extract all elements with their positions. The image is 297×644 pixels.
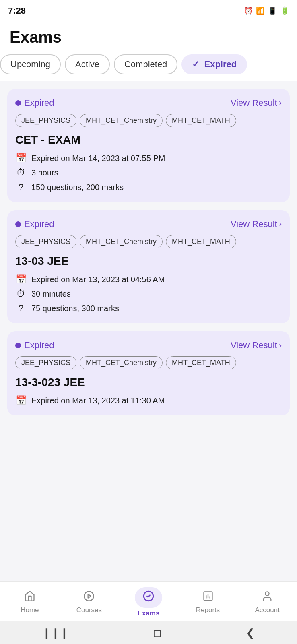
tab-expired[interactable]: ✓ Expired — [182, 54, 247, 74]
exam-title-3: 13-3-023 JEE — [15, 376, 282, 389]
calendar-icon-1: 📅 — [15, 153, 27, 163]
tag-mht-math-1: MHT_CET_MATH — [166, 114, 236, 127]
nav-item-reports[interactable]: Reports — [188, 590, 228, 614]
tabs-container: Upcoming Active Completed ✓ Expired — [0, 54, 297, 81]
view-result-3[interactable]: View Result › — [231, 340, 282, 351]
exam-card-1: Expired View Result › JEE_PHYSICS MHT_CE… — [7, 89, 290, 202]
tag-jee-physics-1: JEE_PHYSICS — [15, 114, 76, 127]
svg-point-7 — [266, 592, 269, 596]
chevron-right-icon-1: › — [279, 98, 282, 108]
tab-completed-label: Completed — [124, 59, 167, 69]
questions-text-2: 75 questions, 300 marks — [31, 304, 119, 313]
reports-icon — [202, 590, 214, 605]
card-header-1: Expired View Result › — [15, 98, 282, 108]
expired-dot-1 — [15, 100, 21, 106]
nav-courses-label: Courses — [76, 606, 102, 614]
exam-title-1: CET - EXAM — [15, 134, 282, 147]
expired-date-1: 📅 Expired on Mar 14, 2023 at 07:55 PM — [15, 153, 282, 163]
questions-2: ? 75 questions, 300 marks — [15, 303, 282, 314]
duration-2: ⏱ 30 minutes — [15, 289, 282, 299]
tab-upcoming[interactable]: Upcoming — [0, 54, 61, 74]
view-result-text-1: View Result — [231, 98, 277, 108]
chevron-right-icon-2: › — [279, 219, 282, 229]
alarm-icon: ⏰ — [244, 6, 253, 15]
expired-badge-2: Expired — [15, 219, 54, 229]
wifi-icon: 📶 — [256, 6, 265, 15]
exam-details-3: 📅 Expired on Mar 13, 2023 at 11:30 AM — [15, 395, 282, 406]
nav-item-courses[interactable]: Courses — [69, 590, 109, 614]
tab-active-label: Active — [75, 59, 99, 69]
tag-mht-chem-3: MHT_CET_Chemistry — [80, 356, 163, 369]
android-nav: ❙❙❙ ◻ ❮ — [0, 621, 297, 644]
nav-reports-label: Reports — [196, 606, 220, 614]
bottom-nav: Home Courses Exams — [0, 581, 297, 621]
tags-2: JEE_PHYSICS MHT_CET_Chemistry MHT_CET_MA… — [15, 235, 282, 248]
nav-item-account[interactable]: Account — [247, 590, 287, 614]
questions-1: ? 150 questions, 200 marks — [15, 182, 282, 192]
nav-item-exams[interactable]: Exams — [128, 587, 169, 617]
expired-date-2: 📅 Expired on Mar 13, 2023 at 04:56 AM — [15, 274, 282, 285]
expired-label-3: Expired — [24, 340, 54, 351]
tag-mht-chem-2: MHT_CET_Chemistry — [80, 235, 163, 248]
tab-active[interactable]: Active — [65, 54, 110, 74]
question-icon-1: ? — [15, 182, 27, 192]
expired-dot-3 — [15, 343, 21, 348]
signal-icon: 📱 — [268, 6, 277, 15]
expired-date-text-2: Expired on Mar 13, 2023 at 04:56 AM — [31, 275, 165, 284]
status-icons: ⏰ 📶 📱 🔋 — [244, 6, 289, 15]
card-header-3: Expired View Result › — [15, 340, 282, 351]
nav-account-label: Account — [255, 606, 279, 614]
expired-badge-1: Expired — [15, 98, 54, 108]
tags-3: JEE_PHYSICS MHT_CET_Chemistry MHT_CET_MA… — [15, 356, 282, 369]
nav-home-label: Home — [21, 606, 39, 614]
duration-1: ⏱ 3 hours — [15, 167, 282, 178]
chevron-right-icon-3: › — [279, 340, 282, 351]
calendar-icon-3: 📅 — [15, 395, 27, 406]
view-result-1[interactable]: View Result › — [231, 98, 282, 108]
expired-label-2: Expired — [24, 219, 54, 229]
exams-active-bg — [135, 587, 162, 608]
expired-date-text-1: Expired on Mar 14, 2023 at 07:55 PM — [31, 154, 165, 163]
nav-item-home[interactable]: Home — [10, 590, 50, 614]
main-content: Expired View Result › JEE_PHYSICS MHT_CE… — [0, 81, 297, 496]
card-header-2: Expired View Result › — [15, 219, 282, 229]
expired-date-text-3: Expired on Mar 13, 2023 at 11:30 AM — [31, 396, 165, 405]
exam-card-2: Expired View Result › JEE_PHYSICS MHT_CE… — [7, 210, 290, 323]
exam-card-3: Expired View Result › JEE_PHYSICS MHT_CE… — [7, 331, 290, 415]
exam-details-1: 📅 Expired on Mar 14, 2023 at 07:55 PM ⏱ … — [15, 153, 282, 192]
home-icon — [24, 590, 35, 605]
android-back-btn[interactable]: ❮ — [246, 627, 255, 639]
svg-marker-1 — [88, 594, 91, 598]
check-icon: ✓ — [192, 59, 202, 69]
expired-badge-3: Expired — [15, 340, 54, 351]
tags-1: JEE_PHYSICS MHT_CET_Chemistry MHT_CET_MA… — [15, 114, 282, 127]
battery-icon: 🔋 — [280, 6, 289, 15]
clock-icon-2: ⏱ — [15, 289, 27, 299]
expired-label-1: Expired — [24, 98, 54, 108]
expired-date-3: 📅 Expired on Mar 13, 2023 at 11:30 AM — [15, 395, 282, 406]
exam-title-2: 13-03 JEE — [15, 255, 282, 268]
nav-exams-label: Exams — [138, 609, 160, 617]
duration-text-2: 30 minutes — [31, 289, 71, 299]
tag-mht-math-3: MHT_CET_MATH — [166, 356, 236, 369]
status-time: 7:28 — [8, 6, 26, 16]
questions-text-1: 150 questions, 200 marks — [31, 183, 124, 192]
tab-expired-label: Expired — [204, 59, 237, 69]
question-icon-2: ? — [15, 303, 27, 314]
expired-dot-2 — [15, 221, 21, 227]
tag-jee-physics-2: JEE_PHYSICS — [15, 235, 76, 248]
view-result-2[interactable]: View Result › — [231, 219, 282, 229]
svg-point-0 — [85, 591, 94, 601]
header: Exams — [0, 22, 297, 54]
status-bar: 7:28 ⏰ 📶 📱 🔋 — [0, 0, 297, 22]
tag-mht-math-2: MHT_CET_MATH — [166, 235, 236, 248]
exam-details-2: 📅 Expired on Mar 13, 2023 at 04:56 AM ⏱ … — [15, 274, 282, 314]
bottom-spacer — [7, 423, 290, 488]
page-title: Exams — [10, 28, 287, 54]
android-recents-btn[interactable]: ❙❙❙ — [42, 627, 69, 639]
tab-upcoming-label: Upcoming — [10, 59, 50, 69]
courses-icon — [83, 590, 95, 605]
tab-completed[interactable]: Completed — [114, 54, 177, 74]
android-home-btn[interactable]: ◻ — [153, 627, 162, 639]
calendar-icon-2: 📅 — [15, 274, 27, 285]
